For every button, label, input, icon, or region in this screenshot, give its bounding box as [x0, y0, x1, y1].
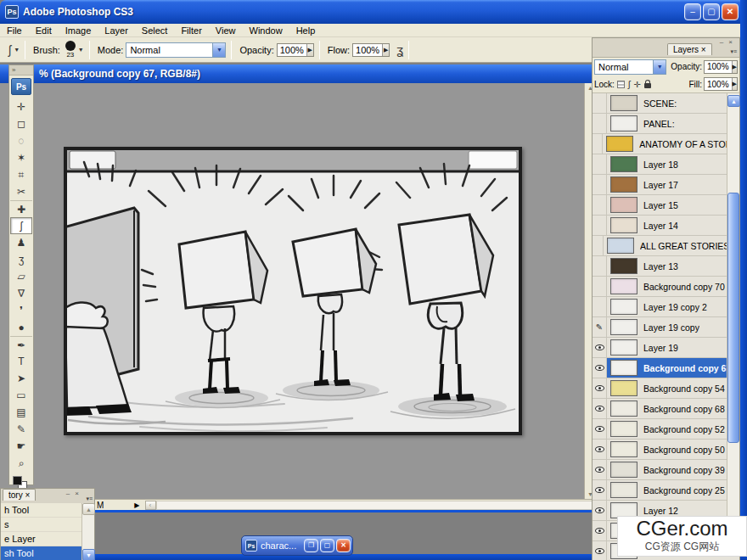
layer-row[interactable]: Background copy 54: [593, 378, 739, 399]
status-menu-arrow-icon[interactable]: ▶: [134, 501, 139, 509]
menu-item[interactable]: File: [0, 24, 29, 37]
layer-thumbnail[interactable]: [610, 462, 637, 478]
layer-name[interactable]: Layer 13: [643, 261, 678, 272]
lock-position-icon[interactable]: ✛: [633, 80, 640, 89]
layer-thumbnail[interactable]: [610, 278, 637, 294]
layer-name[interactable]: ALL GREAT STORIES ...: [640, 241, 739, 251]
menu-item[interactable]: Edit: [29, 24, 59, 37]
canvas-artwork[interactable]: [64, 147, 522, 435]
path-selection-tool[interactable]: ➤: [10, 370, 32, 387]
blur-tool[interactable]: ❜: [10, 302, 32, 319]
layer-name[interactable]: Layer 17: [643, 180, 678, 190]
layer-thumbnail[interactable]: [610, 299, 637, 315]
visibility-toggle[interactable]: [593, 378, 607, 398]
layer-name[interactable]: Layer 14: [643, 221, 678, 231]
visibility-toggle[interactable]: [593, 114, 607, 133]
layer-row[interactable]: Layer 14: [593, 216, 739, 236]
scroll-left-icon[interactable]: ‹: [145, 501, 156, 510]
layer-row[interactable]: SCENE:: [593, 93, 739, 114]
paint-bucket-tool[interactable]: ∇: [10, 285, 32, 302]
menu-item[interactable]: Select: [135, 24, 175, 37]
layer-name[interactable]: ANATOMY OF A STOR...: [639, 139, 739, 149]
history-tab[interactable]: tory ×: [3, 489, 36, 501]
layer-row[interactable]: Layer 15: [593, 195, 739, 216]
chevron-down-icon[interactable]: ▼: [653, 60, 666, 74]
menu-item[interactable]: Window: [243, 24, 289, 37]
history-brush-tool[interactable]: ʒ: [10, 251, 32, 268]
panel-minimize-close-icons[interactable]: – ×: [66, 490, 81, 497]
maximize-button[interactable]: ▢: [320, 539, 334, 552]
visibility-toggle[interactable]: [593, 216, 607, 235]
blend-mode-select[interactable]: Normal ▼: [126, 42, 226, 58]
pen-tool[interactable]: ✒: [10, 336, 32, 353]
visibility-toggle[interactable]: [593, 338, 607, 357]
visibility-toggle[interactable]: [593, 154, 607, 174]
layer-row[interactable]: PANEL:: [593, 114, 739, 134]
visibility-toggle[interactable]: [593, 236, 604, 255]
layer-row[interactable]: Background copy 39: [593, 460, 739, 480]
visibility-toggle[interactable]: [593, 358, 607, 378]
layer-thumbnail[interactable]: [610, 217, 637, 233]
tool-preset-picker[interactable]: ʃ ▼: [8, 43, 20, 57]
lock-all-icon[interactable]: [644, 83, 651, 88]
visibility-toggle[interactable]: [593, 501, 607, 520]
layer-row[interactable]: Layer 17: [593, 175, 739, 195]
marquee-tool[interactable]: ◻: [10, 115, 32, 132]
brush-preset-picker[interactable]: 23: [65, 41, 76, 59]
toolbox-collapse-button[interactable]: »: [9, 65, 33, 76]
layer-row[interactable]: Layer 18: [593, 154, 739, 175]
layer-row[interactable]: Background copy 50: [593, 440, 739, 460]
layer-thumbnail[interactable]: [610, 95, 637, 111]
eyedropper-tool[interactable]: ✎: [10, 421, 32, 438]
layers-tab[interactable]: Layers ×: [667, 43, 712, 55]
menu-item[interactable]: Filter: [174, 24, 208, 37]
visibility-toggle[interactable]: [593, 297, 607, 316]
horizontal-scrollbar[interactable]: [156, 501, 595, 510]
layer-thumbnail[interactable]: [610, 380, 637, 396]
layer-thumbnail[interactable]: [610, 360, 637, 376]
layer-thumbnail[interactable]: [610, 441, 637, 457]
clone-stamp-tool[interactable]: ♟: [10, 234, 32, 251]
layer-row[interactable]: Layer 13: [593, 256, 739, 277]
visibility-toggle[interactable]: [593, 440, 607, 459]
brush-tool[interactable]: ʃ: [10, 217, 32, 234]
menu-item[interactable]: Image: [59, 24, 98, 37]
visibility-toggle[interactable]: [593, 277, 607, 296]
opacity-input[interactable]: 100% ▶: [277, 43, 314, 57]
layer-thumbnail[interactable]: [610, 197, 637, 213]
minimized-document-bar[interactable]: Ps charac... ❐ ▢ ✕: [241, 535, 353, 556]
document-title-bar[interactable]: % (Background copy 67, RGB/8#): [0, 64, 596, 83]
layer-thumbnail[interactable]: [610, 421, 637, 437]
layer-opacity-input[interactable]: 100% ▶: [704, 60, 738, 74]
chevron-down-icon[interactable]: ▼: [212, 43, 225, 57]
slider-arrow-icon[interactable]: ▶: [732, 78, 737, 90]
visibility-toggle[interactable]: [593, 480, 607, 500]
scrollbar-thumb[interactable]: [727, 193, 739, 443]
history-scrollbar[interactable]: ▲ ▼: [81, 503, 94, 560]
visibility-toggle[interactable]: [593, 93, 607, 113]
slice-tool[interactable]: ✂: [10, 183, 32, 200]
layer-row[interactable]: Layer 19 copy: [593, 317, 739, 338]
visibility-toggle[interactable]: [593, 521, 607, 540]
restore-button[interactable]: ❐: [304, 539, 318, 552]
layer-thumbnail[interactable]: [610, 339, 637, 356]
layer-name[interactable]: SCENE:: [643, 98, 677, 109]
canvas-area[interactable]: [0, 83, 584, 499]
layer-name[interactable]: Layer 15: [643, 200, 678, 210]
lock-transparency-icon[interactable]: [617, 81, 625, 88]
scroll-down-icon[interactable]: ▼: [82, 549, 95, 560]
layer-name[interactable]: Background copy 70: [643, 282, 725, 292]
menu-item[interactable]: Help: [289, 24, 323, 37]
layer-thumbnail[interactable]: [606, 136, 633, 152]
dodge-tool[interactable]: ●: [10, 319, 32, 336]
close-button[interactable]: ✕: [336, 539, 351, 552]
visibility-toggle[interactable]: [593, 175, 607, 194]
airbrush-toggle[interactable]: ʓ: [396, 42, 403, 57]
layer-fill-input[interactable]: 100% ▶: [704, 77, 738, 91]
layer-row[interactable]: Background copy 70: [593, 277, 739, 297]
history-state[interactable]: sh Tool: [1, 546, 83, 560]
layer-thumbnail[interactable]: [610, 156, 637, 172]
slider-arrow-icon[interactable]: ▶: [306, 44, 313, 56]
panel-minimize-close-icons[interactable]: – ×: [720, 38, 734, 46]
layer-blend-mode-select[interactable]: Normal ▼: [594, 59, 666, 75]
